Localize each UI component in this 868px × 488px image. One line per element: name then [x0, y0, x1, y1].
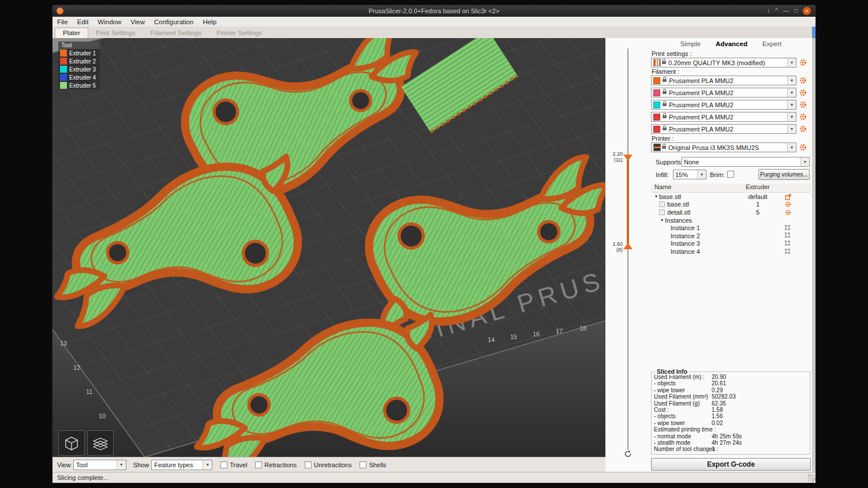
- filament-3-combo[interactable]: Prusament PLA MMU2 ▾: [651, 100, 796, 110]
- right-scrollbar[interactable]: [812, 27, 816, 472]
- filament-5-gear-icon[interactable]: [799, 125, 807, 133]
- filament-4-gear-icon[interactable]: [799, 113, 807, 121]
- mode-simple[interactable]: Simple: [680, 40, 701, 47]
- title-bar[interactable]: PrusaSlicer-2.0.0+Fedora based on Slic3r…: [53, 5, 815, 17]
- gear-icon[interactable]: [785, 201, 791, 208]
- mode-advanced[interactable]: Advanced: [716, 40, 747, 47]
- object-list-header: Name Extruder: [651, 183, 811, 193]
- object-row-base[interactable]: ▾ base.stl default: [651, 193, 811, 201]
- chevron-down-icon: ▾: [787, 100, 796, 109]
- mode-expert[interactable]: Expert: [762, 40, 781, 47]
- instance-row-3[interactable]: Instance 3: [651, 240, 811, 248]
- print-settings-combo[interactable]: 0.20mm QUALITY MK3 (modified) ▾: [651, 58, 796, 67]
- tab-filament-settings[interactable]: Filament Settings: [143, 28, 209, 38]
- instance-row-2[interactable]: Instance 2: [651, 232, 811, 240]
- layer-slider-range[interactable]: [627, 160, 629, 244]
- filament-1-combo[interactable]: Prusament PLA MMU2 ▾: [651, 76, 796, 85]
- bed-axis-label: 17: [556, 328, 563, 335]
- slider-top-thumb[interactable]: [623, 155, 633, 161]
- minimize-button[interactable]: —: [783, 8, 789, 14]
- supports-combo[interactable]: None ▾: [682, 157, 810, 167]
- 3d-view-button[interactable]: [58, 430, 85, 456]
- tab-printer-settings[interactable]: Printer Settings: [209, 28, 270, 38]
- expander-icon[interactable]: ▾: [659, 217, 665, 223]
- sliced-info-row: Used Filament (g) 62.35: [654, 400, 807, 407]
- unretractions-checkbox[interactable]: [305, 461, 312, 468]
- extruder-value[interactable]: default: [738, 193, 778, 200]
- volume-row-base[interactable]: base.stl 1: [651, 201, 811, 209]
- close-button[interactable]: ×: [803, 7, 811, 15]
- column-name[interactable]: Name: [654, 183, 671, 190]
- print-settings-gear-icon[interactable]: [799, 59, 807, 66]
- grid-icon: [785, 225, 790, 230]
- maximize-button[interactable]: □: [794, 8, 798, 14]
- view-combo[interactable]: Tool ▾: [73, 460, 126, 470]
- sliced-info-row: - stealth mode 4h 27m 24s: [654, 440, 807, 446]
- menu-configuration[interactable]: Configuration: [149, 17, 198, 27]
- info-value: 4h 25m 59s: [712, 433, 742, 440]
- infill-combo[interactable]: 15% ▾: [673, 170, 706, 179]
- scrollbar-thumb[interactable]: [812, 27, 816, 38]
- shells-checkbox[interactable]: [360, 461, 366, 468]
- layers-icon: [91, 433, 110, 453]
- filament-2-combo[interactable]: Prusament PLA MMU2 ▾: [651, 88, 796, 97]
- legend-label: Extruder 1: [69, 50, 96, 57]
- printer-label: Printer :: [652, 135, 674, 142]
- volume-icon: [659, 201, 665, 207]
- view-value: Tool: [76, 461, 88, 468]
- info-label: Cost :: [654, 407, 712, 413]
- printer-combo[interactable]: Original Prusa i3 MK3S MMU2S ▾: [651, 142, 796, 152]
- filament-5-combo[interactable]: Prusament PLA MMU2 ▾: [651, 124, 796, 134]
- always-on-top-button[interactable]: ↕: [767, 8, 770, 14]
- slider-bottom-thumb[interactable]: [623, 243, 633, 249]
- sliced-info-row: - wipe tower 0.02: [654, 420, 807, 426]
- instance-row-1[interactable]: Instance 1: [651, 224, 811, 232]
- chevron-down-icon: ▾: [203, 460, 212, 470]
- menu-help[interactable]: Help: [198, 17, 221, 27]
- extruder-value[interactable]: 5: [738, 209, 778, 216]
- tab-plater[interactable]: Plater: [55, 28, 88, 38]
- menu-view[interactable]: View: [126, 17, 149, 27]
- filament-2-gear-icon[interactable]: [799, 89, 807, 96]
- travel-checkbox[interactable]: [220, 461, 227, 468]
- resize-grip[interactable]: [808, 474, 815, 482]
- instance-row-4[interactable]: Instance 4: [651, 247, 811, 256]
- extruder-2-swatch: [60, 58, 67, 65]
- expander-icon[interactable]: ▾: [653, 194, 659, 199]
- gear-icon[interactable]: [785, 209, 791, 216]
- filament-3-swatch: [653, 102, 660, 108]
- export-icon[interactable]: [785, 194, 791, 200]
- shade-button[interactable]: ^: [775, 8, 778, 14]
- 3d-viewport[interactable]: 13 12 11 10 14 15 16 17 18 ORIGINAL PRUS…: [53, 38, 605, 457]
- instances-group-row[interactable]: ▾ Instances: [651, 216, 811, 224]
- filament-3-gear-icon[interactable]: [799, 101, 807, 108]
- lock-icon: [662, 146, 666, 149]
- shells-checkbox-group: Shells: [360, 461, 386, 468]
- extruder-value[interactable]: 1: [738, 201, 778, 208]
- menu-file[interactable]: File: [53, 17, 73, 27]
- export-gcode-button[interactable]: Export G-code: [651, 458, 811, 471]
- layer-slider-track[interactable]: [627, 48, 628, 450]
- tab-print-settings[interactable]: Print Settings: [88, 28, 143, 38]
- reslice-icon[interactable]: [624, 450, 632, 458]
- slider-top-value: 2.20: [605, 151, 623, 157]
- retractions-checkbox-group: Retractions: [255, 461, 297, 468]
- retractions-checkbox[interactable]: [255, 461, 262, 468]
- filament-4-combo[interactable]: Prusament PLA MMU2 ▾: [651, 112, 796, 122]
- show-combo[interactable]: Feature types ▾: [151, 460, 212, 470]
- filament-1-swatch: [653, 77, 660, 84]
- slider-bottom-value: 1.60: [605, 241, 623, 247]
- chevron-down-icon: ▾: [117, 460, 126, 470]
- purging-volumes-button[interactable]: Purging volumes...: [758, 169, 810, 180]
- layer-slider-zone: 2.20 (11) 1.60 (8): [605, 38, 650, 472]
- volume-row-detail[interactable]: detail.stl 5: [651, 208, 811, 216]
- filament-1-gear-icon[interactable]: [799, 77, 807, 84]
- menu-edit[interactable]: Edit: [73, 17, 93, 27]
- menu-window[interactable]: Window: [93, 17, 126, 27]
- chevron-down-icon: ▾: [787, 76, 796, 85]
- column-extruder[interactable]: Extruder: [738, 183, 778, 190]
- sidebar-panel: Simple Advanced Expert Print settings : …: [650, 38, 812, 472]
- printer-gear-icon[interactable]: [799, 144, 807, 151]
- brim-checkbox[interactable]: [727, 171, 734, 178]
- layers-preview-button[interactable]: [87, 430, 114, 456]
